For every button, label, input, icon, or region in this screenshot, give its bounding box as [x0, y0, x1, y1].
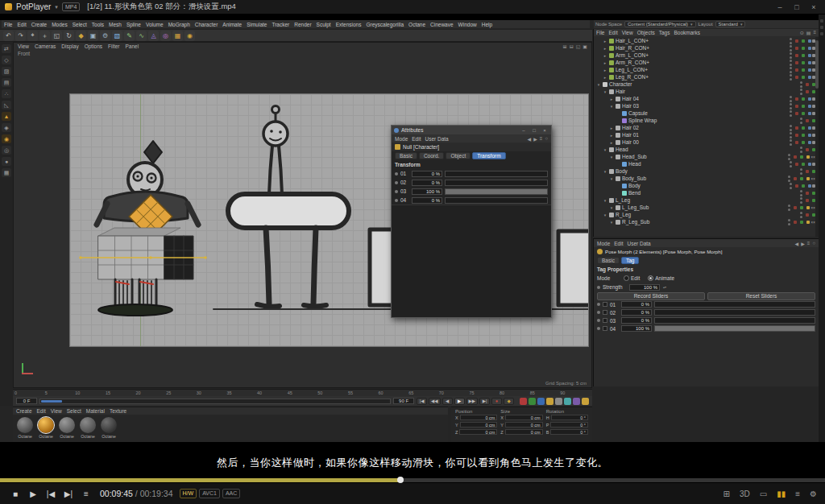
menu-item[interactable]: Select: [73, 22, 87, 27]
menu-item[interactable]: Edit: [614, 241, 623, 246]
enable-green-toggle[interactable]: [802, 54, 805, 57]
convert-mode-icon[interactable]: ⇄: [2, 44, 11, 53]
slider-track[interactable]: [654, 309, 815, 316]
menu-item[interactable]: Extensions: [336, 22, 362, 27]
attributes-window[interactable]: Attributes – □ × ModeEditUser Data ◀▶≡○ …: [391, 125, 552, 318]
visibility-dots-icon[interactable]: [790, 38, 792, 44]
menu-item[interactable]: Create: [31, 22, 48, 27]
visibility-dots-icon[interactable]: [788, 154, 790, 160]
visibility-dots-icon[interactable]: [790, 52, 792, 59]
object-tree-row[interactable]: Spline Wrap: [594, 117, 815, 124]
pla-key-icon[interactable]: [555, 398, 562, 405]
expand-caret-icon[interactable]: ▾: [609, 104, 614, 109]
menu-item[interactable]: Volume: [146, 22, 164, 27]
tag-icons[interactable]: [808, 39, 815, 43]
expand-caret-icon[interactable]: ▸: [603, 53, 607, 58]
menu-item[interactable]: Edit: [412, 136, 421, 142]
visibility-dots-icon[interactable]: [800, 168, 802, 175]
expand-caret-icon[interactable]: ▾: [603, 213, 607, 217]
sound-icon[interactable]: [582, 398, 589, 405]
object-tree-row[interactable]: ▾ L_Leg: [594, 196, 815, 204]
visibility-dots-icon[interactable]: [790, 96, 792, 102]
enable-green-toggle[interactable]: [802, 68, 805, 72]
enable-green-toggle[interactable]: [802, 47, 805, 50]
field-icon[interactable]: ◉: [184, 31, 195, 41]
visibility-dots-icon[interactable]: [800, 190, 802, 196]
range-end-field[interactable]: 90 F: [393, 398, 414, 404]
key-dot-icon[interactable]: [597, 286, 600, 289]
slider-value-field[interactable]: 0 %: [621, 317, 652, 324]
position-key-icon[interactable]: [520, 398, 527, 405]
enable-red-toggle[interactable]: [795, 61, 798, 64]
slider-value-field[interactable]: 0 %: [412, 171, 442, 177]
coordinate-input[interactable]: 0 cm: [505, 422, 543, 428]
viewport-menu-item[interactable]: Panel: [126, 43, 139, 49]
enable-green-toggle[interactable]: [802, 39, 805, 43]
enable-red-toggle[interactable]: [806, 199, 809, 202]
object-tree-row[interactable]: ▾ L_Leg_Sub: [594, 204, 815, 211]
menu-item[interactable]: View: [622, 30, 633, 35]
morph-tag-icons[interactable]: [806, 155, 815, 159]
tag-icons[interactable]: [808, 134, 815, 137]
visibility-dots-icon[interactable]: [790, 60, 792, 66]
enable-red-toggle[interactable]: [794, 206, 797, 209]
object-tree-row[interactable]: ▸ Hair 01: [594, 131, 815, 138]
material-item[interactable]: Octane: [58, 417, 76, 439]
expand-caret-icon[interactable]: ▾: [596, 82, 601, 87]
tag-icons[interactable]: [808, 54, 815, 57]
viewport-menu-item[interactable]: View: [18, 43, 29, 49]
axis-mode-icon[interactable]: ◈: [2, 123, 11, 132]
menu-item[interactable]: View: [51, 408, 62, 414]
menu-item[interactable]: User Data: [627, 241, 650, 246]
object-tree-row[interactable]: ▾ R_Leg: [594, 211, 815, 218]
object-tree-row[interactable]: ▸ Arm_R_CON+: [594, 59, 815, 66]
tag-icons[interactable]: [808, 105, 815, 108]
tag-icons[interactable]: [808, 97, 815, 101]
material-item[interactable]: Octane: [37, 417, 55, 439]
expand-caret-icon[interactable]: ▾: [609, 176, 614, 181]
expand-caret-icon[interactable]: ▸: [603, 46, 607, 51]
slider-value-field[interactable]: 0 %: [621, 309, 652, 316]
render-settings-icon[interactable]: ⚙: [100, 31, 110, 41]
visibility-dots-icon[interactable]: [800, 118, 802, 124]
lock-icon[interactable]: ○: [545, 136, 548, 142]
tag-icons[interactable]: [808, 141, 815, 144]
zoom-view-icon[interactable]: ⊟: [570, 43, 574, 49]
attributes-window-titlebar[interactable]: Attributes – □ ×: [392, 126, 551, 134]
morph-checkbox[interactable]: [603, 310, 607, 315]
filter-icon[interactable]: ▤: [806, 30, 811, 35]
prev-frame-button[interactable]: ◀: [442, 398, 453, 405]
slider-track[interactable]: [445, 171, 548, 177]
enable-green-toggle[interactable]: [800, 155, 803, 159]
edges-mode-icon[interactable]: ◺: [2, 101, 11, 109]
enable-red-toggle[interactable]: [795, 47, 798, 50]
expand-caret-icon[interactable]: ▾: [609, 205, 614, 210]
object-tree-row[interactable]: ▾ Hair 03: [594, 102, 815, 109]
enable-green-toggle[interactable]: [800, 221, 803, 224]
expand-caret-icon[interactable]: ▾: [603, 169, 607, 174]
timeline-ruler[interactable]: 051015202530354045505560657075808590: [13, 389, 592, 396]
enable-red-toggle[interactable]: [794, 221, 797, 224]
enable-green-toggle[interactable]: [802, 126, 805, 130]
slider-value-field[interactable]: 100 %: [412, 188, 442, 195]
morph-checkbox[interactable]: [603, 326, 607, 331]
redo-icon[interactable]: ↷: [15, 31, 26, 41]
power-slider[interactable]: [39, 399, 391, 404]
slider-track[interactable]: [654, 301, 815, 308]
equalizer-button[interactable]: ▮▮: [777, 490, 786, 498]
menu-item[interactable]: User Data: [425, 136, 448, 142]
enable-red-toggle[interactable]: [794, 177, 797, 180]
material-preview-sphere[interactable]: [17, 417, 33, 433]
key-dot-icon[interactable]: [395, 190, 398, 193]
enable-red-toggle[interactable]: [795, 105, 798, 108]
expand-caret-icon[interactable]: ▾: [603, 198, 607, 203]
tag-icons[interactable]: [808, 68, 815, 72]
3d-button[interactable]: 3D: [740, 490, 750, 498]
nav-forward-icon[interactable]: ▶: [801, 241, 805, 246]
record-sliders-button[interactable]: Record Sliders: [597, 292, 705, 300]
object-tree-row[interactable]: ▸ Leg_R_CON+: [594, 73, 815, 81]
om-menu-icon[interactable]: ≡: [813, 30, 816, 35]
move-icon[interactable]: ＋: [39, 31, 50, 41]
menu-item[interactable]: Character: [195, 22, 218, 27]
menu-item[interactable]: Select: [67, 408, 81, 414]
